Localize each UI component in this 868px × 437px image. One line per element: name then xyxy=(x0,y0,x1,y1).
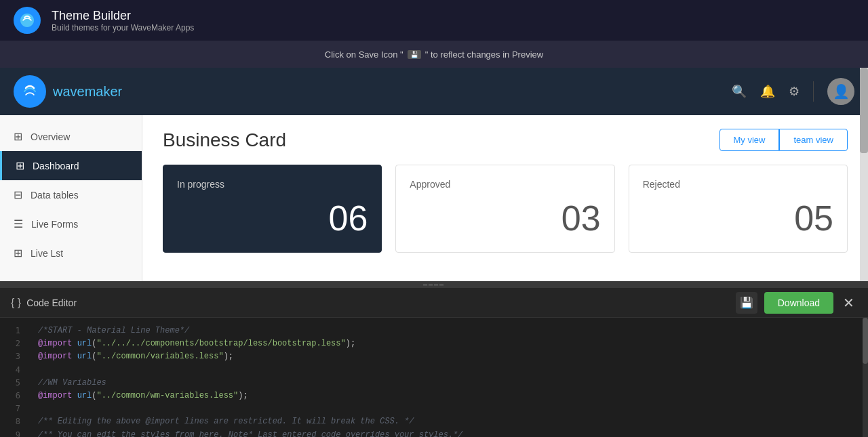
info-text-after: " to reflect changes in Preview xyxy=(425,49,543,60)
code-editor: { } Code Editor 💾 Download ✕ 1 2 3 4 5 6… xyxy=(0,288,868,437)
view-toggle: My view team view xyxy=(719,129,848,151)
livelst-icon: ⊞ xyxy=(14,247,22,259)
user-avatar[interactable]: 👤 xyxy=(827,78,854,105)
editor-header: { } Code Editor 💾 Download ✕ xyxy=(0,288,868,318)
bell-icon[interactable]: 🔔 xyxy=(760,84,775,99)
code-line-7 xyxy=(38,402,852,415)
drag-handle[interactable]: ━━━━ xyxy=(0,281,868,288)
app-title-group: Theme Builder Build themes for your Wave… xyxy=(52,9,194,33)
cards-row: In progress 06 Approved 03 Rejected 05 xyxy=(163,165,848,253)
card-approved-number: 03 xyxy=(410,198,600,238)
wm-logo-circle xyxy=(14,75,46,108)
editor-scrollbar-thumb xyxy=(863,318,868,364)
sidebar-item-datatables[interactable]: ⊟ Data tables xyxy=(0,180,142,209)
card-approved: Approved 03 xyxy=(395,165,614,253)
code-line-4 xyxy=(38,364,852,377)
team-view-button[interactable]: team view xyxy=(779,129,848,151)
code-line-1: /*START - Material Line Theme*/ xyxy=(38,325,852,337)
wm-app-body: ⊞ Overview ⊞ Dashboard ⊟ Data tables ☰ L… xyxy=(0,115,868,281)
editor-scrollbar[interactable] xyxy=(863,318,868,437)
editor-download-button[interactable]: Download xyxy=(764,292,833,314)
line-numbers: 1 2 3 4 5 6 7 8 9 10 xyxy=(0,318,27,437)
sidebar-item-livelst[interactable]: ⊞ Live Lst xyxy=(0,238,142,268)
card-rejected-number: 05 xyxy=(643,198,833,238)
code-content[interactable]: /*START - Material Line Theme*/ @import … xyxy=(27,318,863,437)
main-content: Business Card My view team view In progr… xyxy=(142,115,868,281)
card-approved-label: Approved xyxy=(410,179,600,190)
app-logo xyxy=(14,7,41,34)
preview-scrollbar-thumb xyxy=(860,68,868,153)
card-inprogress-label: In progress xyxy=(177,179,368,190)
wm-header-icons: 🔍 🔔 ⚙ 👤 xyxy=(732,78,854,105)
editor-title-group: { } Code Editor xyxy=(11,297,77,309)
liveforms-icon: ☰ xyxy=(14,217,23,230)
card-rejected-label: Rejected xyxy=(643,179,833,190)
settings-icon[interactable]: ⚙ xyxy=(789,84,800,99)
overview-icon: ⊞ xyxy=(14,130,22,143)
editor-save-button[interactable]: 💾 xyxy=(736,292,757,314)
wm-app-header: wavemaker 🔍 🔔 ⚙ 👤 xyxy=(0,68,868,115)
app-subtitle: Build themes for your WaveMaker Apps xyxy=(52,23,194,33)
save-icon-example: 💾 xyxy=(408,50,421,59)
my-view-button[interactable]: My view xyxy=(719,129,780,151)
sidebar-item-overview[interactable]: ⊞ Overview xyxy=(0,122,142,151)
header-divider xyxy=(813,81,814,102)
page-title: Business Card xyxy=(163,129,286,151)
code-line-9: /** You can edit the styles from here. N… xyxy=(38,429,852,438)
editor-title-text: Code Editor xyxy=(26,297,77,308)
drag-handle-lines: ━━━━ xyxy=(423,281,445,289)
sidebar: ⊞ Overview ⊞ Dashboard ⊟ Data tables ☰ L… xyxy=(0,115,142,281)
editor-close-button[interactable]: ✕ xyxy=(840,295,857,311)
dashboard-icon: ⊞ xyxy=(16,159,24,172)
code-line-5: //WM Variables xyxy=(38,377,852,390)
search-icon[interactable]: 🔍 xyxy=(732,84,747,99)
editor-actions: 💾 Download ✕ xyxy=(736,292,857,314)
info-bar: Click on Save Icon " 💾 " to reflect chan… xyxy=(0,41,868,68)
code-line-3: @import url("../common/variables.less"); xyxy=(38,350,852,363)
sidebar-item-label-liveforms: Live Forms xyxy=(31,219,78,230)
code-braces-icon: { } xyxy=(11,297,21,309)
wm-logo-text: wavemaker xyxy=(53,84,122,100)
sidebar-item-dashboard[interactable]: ⊞ Dashboard xyxy=(0,151,142,180)
sidebar-item-liveforms[interactable]: ☰ Live Forms xyxy=(0,209,142,238)
sidebar-item-label-overview: Overview xyxy=(31,131,70,142)
sidebar-item-label-datatables: Data tables xyxy=(31,190,79,201)
app-title: Theme Builder xyxy=(52,9,194,23)
wm-logo: wavemaker xyxy=(14,75,122,108)
card-rejected: Rejected 05 xyxy=(629,165,848,253)
code-line-6: @import url("../common/wm-variables.less… xyxy=(38,390,852,402)
sidebar-item-label-dashboard: Dashboard xyxy=(33,161,79,171)
card-inprogress: In progress 06 xyxy=(163,165,382,253)
code-line-8: /** Editing the above @import lines are … xyxy=(38,415,852,428)
page-header: Business Card My view team view xyxy=(163,129,848,151)
code-line-2: @import url("../../../components/bootstr… xyxy=(38,337,852,350)
top-bar: Theme Builder Build themes for your Wave… xyxy=(0,0,868,41)
datatables-icon: ⊟ xyxy=(14,188,22,201)
info-text-before: Click on Save Icon " xyxy=(325,49,403,60)
sidebar-item-label-livelst: Live Lst xyxy=(31,248,63,259)
preview-area: wavemaker 🔍 🔔 ⚙ 👤 ⊞ Overview ⊞ Dashboard… xyxy=(0,68,868,281)
code-area: 1 2 3 4 5 6 7 8 9 10 /*START - Material … xyxy=(0,318,868,437)
preview-scrollbar[interactable] xyxy=(860,68,868,281)
card-inprogress-number: 06 xyxy=(177,198,368,238)
